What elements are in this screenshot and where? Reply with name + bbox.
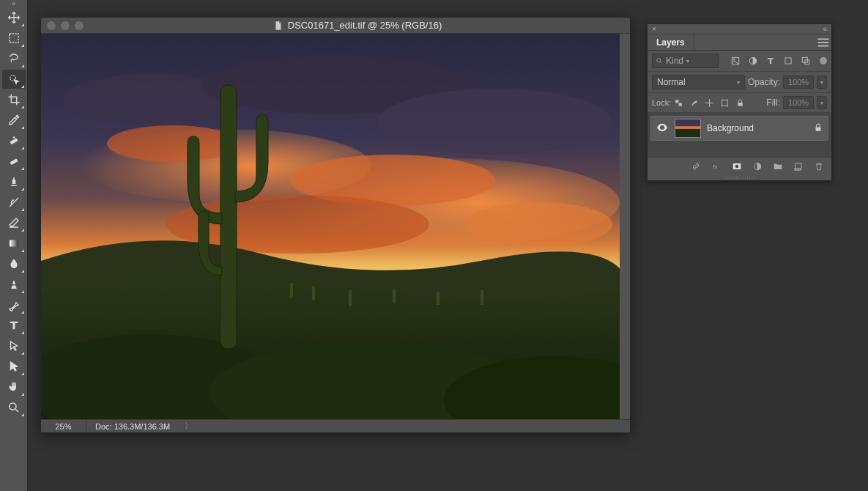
status-menu-chevron[interactable]: 〉 [179,421,199,432]
layer-row[interactable]: Background [650,116,828,141]
window-titlebar[interactable]: DSC01671_edit.tif @ 25% (RGB/16) [41,18,630,34]
doc-size-info[interactable]: Doc: 136.3M/136.3M [86,422,179,431]
document-image [41,34,620,419]
svg-rect-21 [312,287,315,300]
layer-thumbnail[interactable] [675,119,701,138]
visibility-toggle[interactable] [656,121,669,136]
tools-toolbar: » [0,0,28,491]
svg-rect-42 [675,129,700,137]
svg-rect-0 [10,34,18,43]
opacity-dropdown[interactable]: ▾ [817,75,827,89]
eraser-tool[interactable] [2,213,26,232]
lock-position-icon[interactable] [705,98,714,108]
history-brush-tool[interactable] [2,193,26,212]
svg-rect-35 [805,60,809,64]
blur-tool[interactable] [2,254,26,273]
eyedropper-tool[interactable] [2,111,26,130]
panel-collapse-icon[interactable]: « [823,25,827,33]
panel-menu-icon[interactable] [815,34,831,50]
brush-tool[interactable] [2,152,26,171]
filter-adjustment-icon[interactable] [748,56,758,66]
filter-smartobject-icon[interactable] [801,56,811,66]
panel-close-icon[interactable]: × [652,25,656,33]
zoom-level[interactable]: 25% [41,420,86,432]
svg-rect-39 [738,102,743,106]
close-window[interactable] [47,21,56,30]
maximize-window[interactable] [75,21,84,30]
delete-layer-icon[interactable] [814,161,824,171]
zoom-tool[interactable] [2,398,26,417]
quick-select-tool[interactable] [2,70,26,89]
link-layers-icon[interactable] [691,161,701,171]
search-icon [656,57,663,64]
layers-footer: fx [648,157,831,174]
svg-point-31 [733,59,735,60]
document-window: DSC01671_edit.tif @ 25% (RGB/16) [40,17,631,433]
marquee-tool[interactable] [2,29,26,48]
lasso-tool[interactable] [2,49,26,68]
lock-all-icon[interactable] [735,98,745,108]
panel-resize-handle[interactable] [648,174,831,180]
svg-rect-38 [722,100,728,106]
lock-label: Lock: [652,98,671,107]
layer-lock-icon[interactable] [813,122,823,135]
shape-tool[interactable] [2,357,26,376]
svg-point-12 [107,125,239,162]
blend-mode-dropdown[interactable]: Normal▾ [652,75,745,89]
healing-brush-tool[interactable] [2,131,26,150]
svg-rect-22 [349,290,352,306]
document-title: DSC01671_edit.tif @ 25% (RGB/16) [91,20,624,31]
svg-point-29 [657,59,661,62]
filter-pixel-icon[interactable] [730,56,741,66]
path-select-tool[interactable] [2,336,26,355]
svg-rect-25 [481,290,483,305]
adjustment-layer-icon[interactable] [752,161,763,171]
svg-rect-36 [675,100,678,103]
window-controls[interactable] [47,21,84,30]
svg-rect-28 [818,45,829,46]
layer-mask-icon[interactable] [732,161,742,171]
type-tool[interactable] [2,316,26,335]
status-bar: 25% Doc: 136.3M/136.3M 〉 [41,419,630,432]
opacity-value[interactable]: 100% [783,75,814,89]
svg-rect-23 [393,289,396,303]
lock-pixels-icon[interactable] [689,98,699,108]
layers-panel: × « Layers Kind ▾ Normal▾ Opacity: 100% [647,23,832,181]
layer-name[interactable]: Background [707,123,807,133]
move-tool[interactable] [2,8,26,27]
pen-tool[interactable] [2,295,26,314]
lock-artboard-icon[interactable] [720,98,730,108]
svg-point-5 [10,403,16,410]
svg-rect-4 [10,240,18,247]
file-icon [273,21,283,31]
filter-type-icon[interactable] [765,56,776,66]
svg-rect-27 [818,42,829,43]
svg-rect-43 [816,127,821,130]
gradient-tool[interactable] [2,234,26,253]
layer-group-icon[interactable] [773,161,783,171]
svg-rect-3 [10,158,18,165]
fill-label: Fill: [766,97,780,108]
svg-rect-20 [290,283,293,298]
filter-toggle[interactable] [820,57,827,64]
svg-text:fx: fx [713,163,718,169]
clone-stamp-tool[interactable] [2,172,26,191]
crop-tool[interactable] [2,90,26,109]
minimize-window[interactable] [61,21,70,30]
filter-kind-dropdown[interactable]: Kind ▾ [652,53,719,68]
layer-effects-icon[interactable]: fx [711,161,722,171]
filter-shape-icon[interactable] [783,56,793,66]
hand-tool[interactable] [2,377,26,396]
dodge-tool[interactable] [2,275,26,294]
canvas[interactable] [41,34,630,419]
svg-point-46 [735,164,739,168]
svg-rect-19 [220,85,237,349]
lock-transparency-icon[interactable] [674,98,683,108]
fill-dropdown[interactable]: ▾ [817,96,827,109]
layers-list: Background [648,113,831,157]
fill-value[interactable]: 100% [783,96,814,109]
toolbar-expand[interactable]: » [0,0,28,7]
layers-tab[interactable]: Layers [648,34,694,50]
new-layer-icon[interactable] [793,161,804,171]
svg-rect-24 [437,292,439,305]
